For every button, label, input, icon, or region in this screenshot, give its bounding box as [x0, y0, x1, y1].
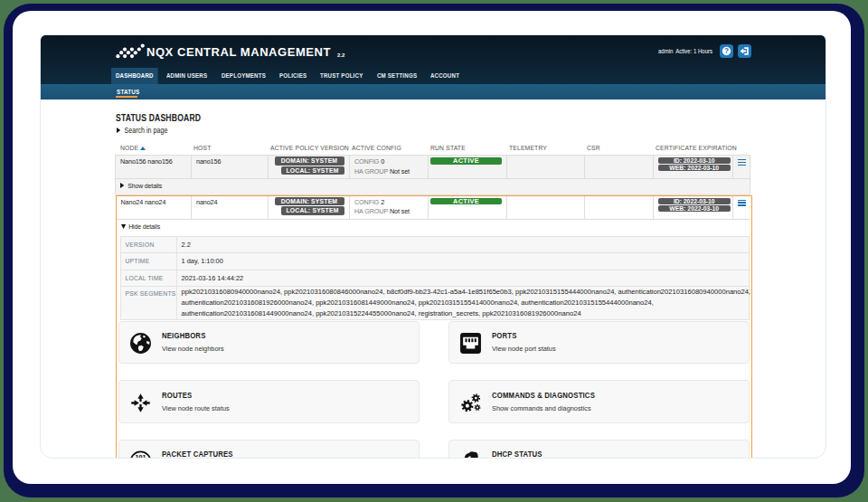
- svg-text:101: 101: [135, 453, 146, 459]
- svg-text:?: ?: [724, 47, 729, 55]
